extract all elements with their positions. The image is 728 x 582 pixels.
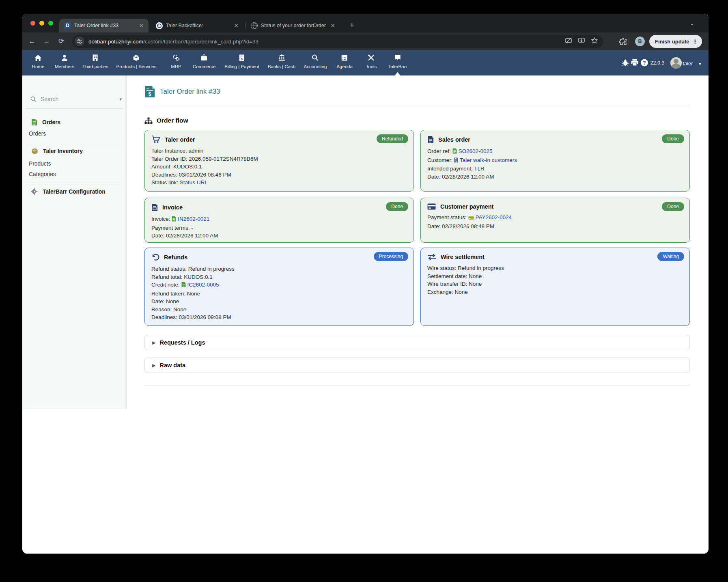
card-sales-order: Sales order Done Order ref: SO2602-0025 … <box>420 130 690 192</box>
taler-order-link-icon: $ <box>144 86 155 98</box>
menu-products-services[interactable]: Products | Services <box>116 54 157 69</box>
forward-button[interactable]: → <box>42 37 52 46</box>
cart-icon <box>151 136 160 143</box>
product-icon <box>116 54 157 62</box>
sitemap-icon <box>144 117 153 124</box>
page-content: Search ▾ Orders Orders Taler Inventory P… <box>22 75 709 554</box>
customer-link[interactable]: Taler walk-in customers <box>460 157 517 163</box>
tab-taler-backoffice[interactable]: Taler Backoffice: ✕ <box>151 19 243 32</box>
credit-note-link[interactable]: IC2602-0005 <box>187 282 219 288</box>
menu-billing-payment[interactable]: $ Billing | Payment <box>224 54 259 69</box>
sidebar-link-categories[interactable]: Categories <box>29 171 56 177</box>
sidebar-link-orders[interactable]: Orders <box>29 131 46 137</box>
close-tab-icon[interactable]: ✕ <box>233 23 239 28</box>
field-deadlines: Deadlines: 03/01/2026 08:46 PM <box>151 171 407 179</box>
card-refunds: Refunds Processing Refund status: Refund… <box>144 248 414 326</box>
sidebar-section-talerbarr-configuration[interactable]: TalerBarr Configuration <box>31 188 106 195</box>
sales-order-link[interactable]: SO2602-0025 <box>459 148 493 154</box>
zoom-window-button[interactable] <box>48 21 53 26</box>
credit-card-icon <box>427 203 436 210</box>
menu-members[interactable]: Members <box>55 54 74 69</box>
dolibarr-favicon: D <box>64 22 71 29</box>
close-tab-icon[interactable]: ✕ <box>138 23 144 28</box>
transfer-arrows-icon <box>427 253 436 261</box>
user-menu[interactable]: taler <box>683 60 693 67</box>
browser-menu-icon[interactable]: ⋮ <box>693 39 698 45</box>
install-app-icon[interactable] <box>577 37 586 45</box>
field-refund-total: Refund total: KUDOS:0.1 <box>151 273 407 281</box>
invoice-link[interactable]: IN2602-0021 <box>178 216 209 222</box>
tab-title: Taler Order link #33 <box>74 23 135 28</box>
bugtracker-icon[interactable] <box>622 59 629 68</box>
field-date: Date: 02/28/2026 12:00 AM <box>427 173 683 181</box>
menu-third-parties[interactable]: Third parties <box>82 54 108 69</box>
invoice-icon <box>151 203 158 211</box>
user-menu-caret-icon[interactable]: ▾ <box>699 61 701 67</box>
field-order-ref: Order ref: SO2602-0025 <box>427 147 683 156</box>
expand-triangle-icon[interactable]: ▶ <box>152 363 155 368</box>
requests-logs-section[interactable]: ▶ Requests / Logs <box>144 335 690 350</box>
field-date: Date: None <box>151 297 407 306</box>
browser-window: D Taler Order link #33 ✕ Taler Backoffic… <box>22 14 709 554</box>
search-icon <box>30 96 37 102</box>
svg-text:$: $ <box>173 219 174 222</box>
menu-accounting[interactable]: Accounting <box>304 54 327 69</box>
menu-talerbarr[interactable]: TalerBarr <box>388 54 407 69</box>
building-icon <box>82 54 108 62</box>
card-taler-order: Taler order Refunded Taler Instance: adm… <box>144 130 414 192</box>
tab-order-status[interactable]: Status of your order forOrder ✕ <box>246 19 340 32</box>
sidebar-link-products[interactable]: Products <box>29 161 51 167</box>
card-customer-payment: Customer payment Done Payment status: PA… <box>420 198 690 243</box>
page-title-row: $ Taler Order link #33 <box>144 84 690 100</box>
left-sidebar: Search ▾ Orders Orders Taler Inventory P… <box>22 75 127 409</box>
raw-data-section[interactable]: ▶ Raw data <box>144 358 690 373</box>
orders-document-icon <box>31 119 37 126</box>
cast-disabled-icon[interactable] <box>564 37 573 45</box>
expand-triangle-icon[interactable]: ▶ <box>152 340 155 345</box>
help-icon[interactable]: ? <box>641 59 648 68</box>
menu-agenda[interactable]: Agenda <box>336 54 353 69</box>
menu-tools[interactable]: Tools <box>366 54 377 69</box>
close-tab-icon[interactable]: ✕ <box>330 23 336 28</box>
field-credit-note: Credit note: xIC2602-0005 <box>151 281 407 290</box>
finish-update-button[interactable]: Finish update ⋮ <box>649 35 702 48</box>
minimize-window-button[interactable] <box>39 21 44 26</box>
menu-mrp[interactable]: MRP <box>171 54 181 69</box>
field-exchange: Exchange: None <box>427 288 683 296</box>
status-url-link[interactable]: Status URL <box>180 179 208 185</box>
site-settings-icon[interactable] <box>75 37 84 46</box>
tools-icon <box>366 54 377 62</box>
menu-commerce[interactable]: Commerce <box>193 54 215 69</box>
talerbarr-icon <box>388 54 407 62</box>
bookmark-star-icon[interactable] <box>590 37 599 45</box>
reload-button[interactable]: ⟳ <box>56 37 66 46</box>
tab-taler-order-link[interactable]: D Taler Order link #33 ✕ <box>59 19 149 32</box>
inventory-box-icon <box>31 148 38 155</box>
print-icon[interactable] <box>631 59 639 68</box>
order-flow-header: Order flow <box>144 117 690 124</box>
field-payment-status: Payment status: PAY2602-0024 <box>427 213 683 222</box>
page-title: Taler Order link #33 <box>160 88 220 96</box>
tab-title: Status of your order forOrder <box>261 23 326 28</box>
browser-profile-avatar[interactable]: B <box>635 37 645 46</box>
tab-search-chevron-icon[interactable]: ⌄ <box>690 20 694 26</box>
sidebar-search[interactable]: Search ▾ <box>30 96 122 102</box>
search-caret-icon[interactable]: ▾ <box>119 97 122 102</box>
user-avatar[interactable] <box>670 50 682 62</box>
calendar-icon <box>336 54 353 62</box>
menu-banks-cash[interactable]: Banks | Cash <box>268 54 295 69</box>
menu-home[interactable]: Home <box>32 54 45 69</box>
toolbar-separator <box>629 37 629 45</box>
payment-link[interactable]: PAY2602-0024 <box>476 214 512 220</box>
card-invoice: Invoice Done Invoice: $IN2602-0021 Payme… <box>144 198 414 243</box>
address-bar[interactable]: dolibarr.potuzhnyi.com/custom/talerbarr/… <box>72 35 603 48</box>
close-window-button[interactable] <box>30 21 35 26</box>
new-tab-button[interactable]: + <box>350 22 354 29</box>
tab-strip: D Taler Order link #33 ✕ Taler Backoffic… <box>22 14 709 32</box>
field-customer: Customer: Taler walk-in customers <box>427 156 683 165</box>
back-button[interactable]: ← <box>27 37 37 46</box>
svg-text:x: x <box>183 285 184 287</box>
field-date: Date: 02/28/2026 12:00 AM <box>151 232 407 240</box>
sidebar-section-orders: Orders <box>31 119 60 126</box>
extensions-icon[interactable] <box>618 37 627 47</box>
